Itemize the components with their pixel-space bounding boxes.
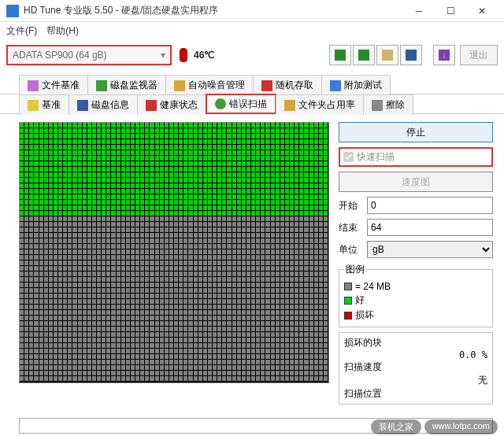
close-button[interactable]: ✕ bbox=[466, 2, 498, 20]
drive-select[interactable]: ADATA SP900 (64 gB) ▾ bbox=[6, 45, 172, 65]
speed-map-button[interactable]: 速度图 bbox=[339, 172, 493, 192]
random-icon bbox=[261, 80, 272, 91]
tab-row-2: 基准 磁盘信息 健康状态 错误扫描 文件夹占用率 擦除 bbox=[0, 94, 504, 114]
info-icon bbox=[77, 100, 88, 111]
quick-scan-label: 快速扫描 bbox=[357, 150, 395, 164]
temperature-value: 46℃ bbox=[194, 50, 214, 61]
tab-random-access[interactable]: 随机存取 bbox=[253, 75, 322, 95]
window-title: HD Tune 专业版 5.50 - 硬盘/固态硬盘实用程序 bbox=[24, 4, 403, 17]
legend-box: 图例 = 24 MB 好 损坏 bbox=[339, 263, 493, 327]
save-icon bbox=[406, 50, 417, 61]
monitor-icon bbox=[96, 80, 107, 91]
stats-box: 损坏的块 0.0 % 扫描速度 无 扫描位置 bbox=[339, 332, 493, 405]
options-button[interactable]: ↓ bbox=[433, 45, 455, 65]
maximize-button[interactable]: ☐ bbox=[435, 2, 466, 20]
tab-row-1: 文件基准 磁盘监视器 自动噪音管理 随机存取 附加测试 bbox=[0, 74, 504, 94]
bench-icon bbox=[28, 100, 39, 111]
tab-disk-info[interactable]: 磁盘信息 bbox=[69, 94, 138, 115]
damaged-value: 0.0 % bbox=[344, 349, 487, 360]
menu-help[interactable]: 帮助(H) bbox=[46, 24, 79, 38]
copy-text-button[interactable] bbox=[329, 45, 351, 65]
menu-file[interactable]: 文件(F) bbox=[6, 24, 37, 38]
legend-block-swatch bbox=[344, 283, 352, 290]
save-button[interactable] bbox=[400, 45, 422, 65]
health-icon bbox=[146, 100, 157, 111]
folder-icon bbox=[284, 100, 295, 111]
main-content: 停止 快速扫描 速度图 开始 结束 单位gB 图例 = 24 MB 好 损坏 损… bbox=[0, 114, 504, 406]
tab-error-scan[interactable]: 错误扫描 bbox=[206, 94, 276, 114]
side-panel: 停止 快速扫描 速度图 开始 结束 单位gB 图例 = 24 MB 好 损坏 损… bbox=[339, 122, 493, 405]
down-arrow-icon: ↓ bbox=[439, 50, 450, 61]
scan-icon bbox=[215, 98, 226, 109]
tab-aam[interactable]: 自动噪音管理 bbox=[165, 75, 254, 95]
damaged-label: 损坏的块 bbox=[344, 336, 487, 349]
screenshot-button[interactable] bbox=[376, 45, 398, 65]
start-label: 开始 bbox=[339, 199, 364, 212]
camera-icon bbox=[382, 50, 393, 61]
file-icon bbox=[28, 80, 39, 91]
speaker-icon bbox=[174, 80, 185, 91]
end-input[interactable] bbox=[367, 219, 493, 236]
legend-bad-swatch bbox=[344, 312, 352, 320]
thermometer-icon bbox=[180, 48, 187, 62]
scan-speed-value: 无 bbox=[344, 374, 487, 387]
drive-select-value: ADATA SP900 (64 gB) bbox=[13, 50, 107, 61]
tab-folder-usage[interactable]: 文件夹占用率 bbox=[276, 94, 364, 115]
tab-erase[interactable]: 擦除 bbox=[363, 94, 413, 115]
titlebar: HD Tune 专业版 5.50 - 硬盘/固态硬盘实用程序 ─ ☐ ✕ bbox=[0, 0, 504, 22]
copy-screenshot-button[interactable] bbox=[353, 45, 375, 65]
tab-health[interactable]: 健康状态 bbox=[137, 94, 206, 115]
tab-extra-tests[interactable]: 附加测试 bbox=[321, 75, 391, 95]
extra-icon bbox=[330, 80, 341, 91]
stop-button[interactable]: 停止 bbox=[339, 122, 493, 142]
end-label: 结束 bbox=[339, 221, 364, 235]
copy-icon bbox=[358, 50, 369, 61]
quick-scan-checkbox[interactable] bbox=[343, 152, 354, 162]
start-input[interactable] bbox=[367, 197, 493, 214]
legend-good-swatch bbox=[344, 297, 352, 305]
toolbar: ADATA SP900 (64 gB) ▾ 46℃ ↓ 退出 bbox=[0, 39, 504, 71]
unit-select[interactable]: gB bbox=[367, 241, 493, 258]
app-icon bbox=[6, 5, 19, 17]
copy-icon bbox=[335, 50, 346, 61]
exit-button[interactable]: 退出 bbox=[460, 45, 498, 65]
chevron-down-icon: ▾ bbox=[161, 50, 165, 61]
scan-speed-label: 扫描速度 bbox=[344, 360, 487, 374]
scan-grid bbox=[19, 122, 329, 383]
menubar: 文件(F) 帮助(H) bbox=[0, 22, 504, 39]
tab-disk-monitor[interactable]: 磁盘监视器 bbox=[87, 75, 166, 95]
watermark: 装机之家 www.lotpc.com bbox=[371, 419, 498, 434]
quick-scan-row: 快速扫描 bbox=[339, 147, 493, 167]
minimize-button[interactable]: ─ bbox=[403, 2, 435, 20]
erase-icon bbox=[372, 100, 383, 111]
legend-title: 图例 bbox=[344, 263, 366, 276]
tab-benchmark[interactable]: 基准 bbox=[19, 94, 69, 115]
unit-label: 单位 bbox=[339, 243, 364, 257]
scan-pos-label: 扫描位置 bbox=[344, 387, 487, 401]
tab-file-benchmark[interactable]: 文件基准 bbox=[19, 75, 88, 95]
